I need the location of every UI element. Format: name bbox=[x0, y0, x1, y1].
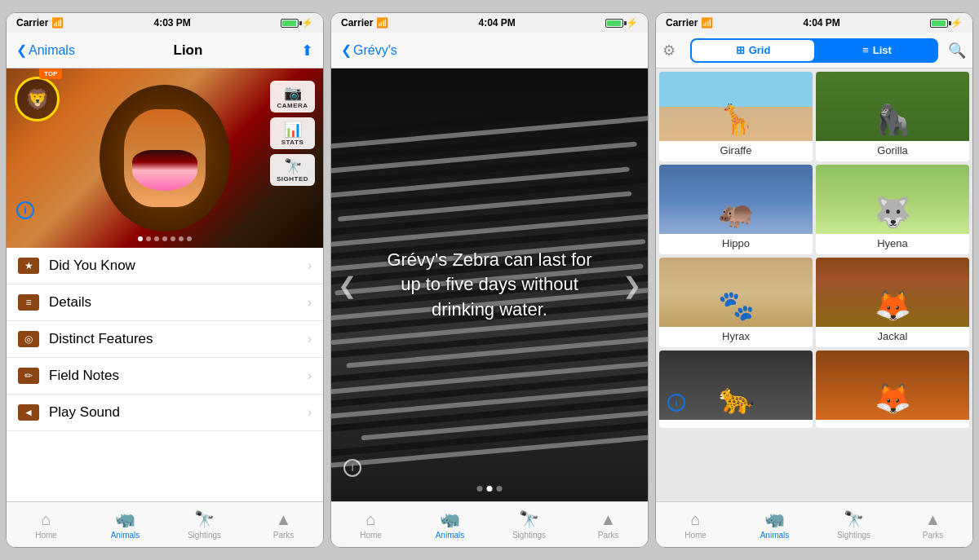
carrier-label-2: Carrier bbox=[341, 17, 373, 29]
wifi-icon-2: 📶 bbox=[376, 17, 388, 29]
tab-home-2[interactable]: ⌂ Home bbox=[331, 502, 410, 547]
back-button-1[interactable]: ❮ Animals bbox=[16, 42, 75, 58]
tab-home-3[interactable]: ⌂ Home bbox=[656, 502, 735, 547]
animal-cell-7b[interactable]: 🦊 bbox=[816, 351, 969, 428]
chevron-left-icon-2: ❮ bbox=[341, 42, 352, 58]
animals-tab-icon-1: 🦏 bbox=[115, 509, 135, 529]
menu-item-details[interactable]: ≡ Details › bbox=[7, 284, 323, 321]
camera-label: CAMERA bbox=[277, 102, 308, 109]
tab-parks-1[interactable]: ▲ Parks bbox=[244, 502, 323, 547]
tab-sightings-2[interactable]: 🔭 Sightings bbox=[490, 502, 569, 547]
carrier-label-3: Carrier bbox=[666, 17, 698, 29]
home-tab-icon-3: ⌂ bbox=[690, 510, 700, 529]
sound-icon: ◄ bbox=[18, 404, 39, 421]
tab-parks-2[interactable]: ▲ Parks bbox=[569, 502, 648, 547]
next-arrow[interactable]: ❯ bbox=[622, 271, 641, 298]
nav-bar-3: ⚙ ⊞ Grid ≡ List 🔍 bbox=[656, 33, 972, 68]
animal-cell-7a[interactable]: 🐆 i bbox=[659, 351, 813, 428]
stats-label: STATS bbox=[277, 139, 308, 146]
prev-arrow[interactable]: ❮ bbox=[338, 271, 357, 298]
menu-item-did-you-know[interactable]: ★ Did You Know › bbox=[7, 248, 323, 284]
grid-button[interactable]: ⊞ Grid bbox=[692, 40, 814, 61]
giraffe-name: Giraffe bbox=[659, 141, 813, 161]
pencil-icon: ✏ bbox=[18, 368, 39, 384]
camera-icon: 📷 bbox=[277, 84, 308, 102]
top-badge: TOP bbox=[39, 68, 62, 79]
list-icon: ≡ bbox=[862, 44, 869, 56]
tab-animals-3[interactable]: 🦏 Animals bbox=[735, 502, 814, 547]
wifi-icon-1: 📶 bbox=[51, 17, 64, 29]
phone-lion: Carrier 📶 4:03 PM ⚡ ❮ Animals Lion ⬆ bbox=[6, 12, 324, 548]
animal-cell-jackal[interactable]: 🦊 Jackal bbox=[816, 258, 969, 347]
did-you-know-label: Did You Know bbox=[49, 258, 308, 274]
animal-cell-gorilla[interactable]: 🦍 Gorilla bbox=[816, 72, 969, 161]
tab-animals-1[interactable]: 🦏 Animals bbox=[86, 502, 165, 547]
chevron-right-3: › bbox=[308, 332, 312, 346]
status-right-1: ⚡ bbox=[281, 17, 313, 29]
animal-name-7b bbox=[816, 420, 969, 428]
tab-parks-3[interactable]: ▲ Parks bbox=[893, 502, 972, 547]
home-tab-label-2: Home bbox=[360, 531, 382, 540]
settings-button[interactable]: ⚙ bbox=[662, 42, 685, 60]
camera-button[interactable]: 📷 CAMERA bbox=[270, 81, 315, 112]
tab-sightings-1[interactable]: 🔭 Sightings bbox=[165, 502, 244, 547]
animal-cell-hyrax[interactable]: 🐾 Hyrax bbox=[659, 258, 813, 347]
status-bar-1: Carrier 📶 4:03 PM ⚡ bbox=[7, 13, 323, 33]
gorilla-thumbnail: 🦍 bbox=[816, 72, 969, 141]
binoculars-icon: 🔭 bbox=[277, 157, 308, 175]
gorilla-name: Gorilla bbox=[816, 141, 969, 161]
battery-icon-3 bbox=[930, 19, 948, 28]
details-label: Details bbox=[49, 294, 308, 311]
zebra-fact-text: Grévy's Zebra can last for up to five da… bbox=[379, 247, 600, 322]
tab-bar-3: ⌂ Home 🦏 Animals 🔭 Sightings ▲ Parks bbox=[656, 501, 972, 547]
grid-icon: ⊞ bbox=[736, 44, 745, 56]
chevron-right-2: › bbox=[308, 295, 312, 310]
animal-grid-scroll: 🦒 Giraffe 🦍 Gorilla 🦛 Hippo bbox=[656, 68, 972, 501]
status-right-3: ⚡ bbox=[930, 17, 963, 29]
wifi-icon-3: 📶 bbox=[701, 17, 713, 29]
back-label-2: Grévy's bbox=[353, 43, 397, 58]
grid-label: Grid bbox=[749, 44, 771, 56]
animal-name-7a bbox=[659, 420, 813, 428]
carrier-label-1: Carrier bbox=[16, 17, 48, 29]
menu-item-distinct-features[interactable]: ◎ Distinct Features › bbox=[7, 321, 323, 358]
lion-image-area: 🦁 TOP 📷 CAMERA 📊 STATS 🔭 SIGHTED bbox=[7, 68, 323, 248]
home-tab-label-3: Home bbox=[684, 531, 707, 540]
menu-item-play-sound[interactable]: ◄ Play Sound › bbox=[7, 395, 323, 431]
info-overlay: i bbox=[667, 394, 685, 412]
hyrax-thumbnail: 🐾 bbox=[659, 258, 813, 327]
list-button[interactable]: ≡ List bbox=[816, 38, 938, 63]
animals-tab-icon-3: 🦏 bbox=[764, 509, 785, 529]
list-label: List bbox=[873, 44, 892, 56]
page-dots-2 bbox=[477, 486, 503, 492]
distinct-features-label: Distinct Features bbox=[49, 331, 308, 347]
animal-cell-giraffe[interactable]: 🦒 Giraffe bbox=[659, 72, 813, 161]
home-tab-label-1: Home bbox=[35, 531, 57, 540]
animals-tab-icon-2: 🦏 bbox=[440, 509, 460, 529]
tab-home-1[interactable]: ⌂ Home bbox=[7, 502, 86, 547]
search-button[interactable]: 🔍 bbox=[943, 42, 966, 60]
stats-button[interactable]: 📊 STATS bbox=[270, 117, 315, 149]
home-tab-icon-1: ⌂ bbox=[41, 510, 51, 529]
back-button-2[interactable]: ❮ Grévy's bbox=[341, 42, 397, 58]
sighted-label: SIGHTED bbox=[277, 175, 308, 183]
animal-cell-hippo[interactable]: 🦛 Hippo bbox=[659, 165, 813, 254]
menu-item-field-notes[interactable]: ✏ Field Notes › bbox=[7, 358, 323, 395]
sightings-tab-icon-3: 🔭 bbox=[844, 509, 864, 529]
sighted-button[interactable]: 🔭 SIGHTED bbox=[270, 154, 315, 186]
chevron-right-5: › bbox=[308, 405, 312, 420]
share-button-1[interactable]: ⬆ bbox=[301, 42, 313, 60]
tab-animals-2[interactable]: 🦏 Animals bbox=[410, 502, 490, 547]
tab-sightings-3[interactable]: 🔭 Sightings bbox=[814, 502, 893, 547]
hyena-thumbnail: 🐺 bbox=[816, 165, 969, 234]
back-label-1: Animals bbox=[29, 43, 75, 58]
info-button-2[interactable]: i bbox=[343, 459, 361, 477]
lion-badge: 🦁 bbox=[15, 77, 60, 121]
parks-tab-icon-1: ▲ bbox=[276, 510, 292, 529]
nav-bar-1: ❮ Animals Lion ⬆ bbox=[7, 33, 323, 68]
status-right-2: ⚡ bbox=[605, 17, 638, 29]
zebra-dot-2 bbox=[487, 486, 493, 492]
animal-cell-hyena[interactable]: 🐺 Hyena bbox=[816, 165, 969, 254]
info-button-1[interactable]: i bbox=[16, 201, 34, 219]
lion-icon: 🦁 bbox=[25, 88, 50, 111]
